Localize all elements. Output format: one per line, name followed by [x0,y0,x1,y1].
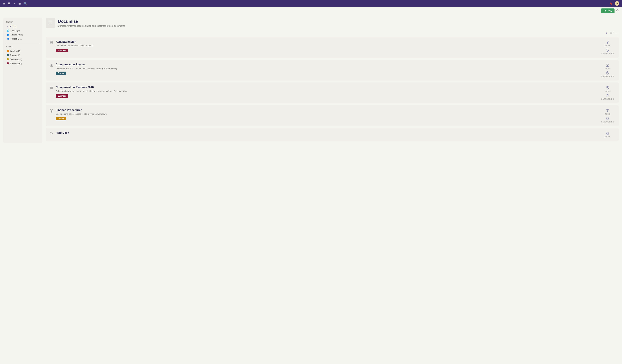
items-count: 2 [604,63,611,68]
filter-all[interactable]: ≡ All (11) [6,25,39,29]
svg-rect-14 [50,88,53,88]
label-technical[interactable]: Technical (2) [6,57,39,61]
europe-dot [7,54,9,56]
card-title[interactable]: Finance Procedures [56,109,600,112]
guides-dot [7,50,9,52]
nav-right: 🔖 HK [609,1,619,6]
card-asia-expansion: Asia Expansion Phased roll-out across al… [46,37,619,58]
card-stack-icon [50,86,53,91]
svg-rect-0 [48,21,53,21]
card-tag[interactable]: Business [56,94,68,98]
card-body: Asia Expansion Phased roll-out across al… [56,40,600,52]
card-body: Compensation Review Decentralized, 360 c… [56,63,600,75]
card-dollar-icon: $ [50,109,53,114]
items-count: 7 [604,109,611,113]
label-europe[interactable]: Europe (2) [6,53,39,57]
space-info: Documize Company internal documentation … [58,19,125,27]
label-europe-text: Europe (2) [10,54,20,56]
stat-items: 6 ITEMS [604,131,611,138]
view-compact-button[interactable]: — [615,31,619,35]
top-navigation: ⊞ ☰ 〜 ▦ 🔍 🔖 HK [0,0,622,7]
categories-label: CATEGORIES [601,98,614,100]
card-help-desk: Help Desk 6 ITEMS [46,128,619,141]
filter-all-label: All (11) [9,25,17,28]
card-left: Compensation Reviews 2018 Salary and pac… [50,86,600,98]
card-stats: 7 ITEMS 0 CATEGORIES [600,109,615,123]
filter-public[interactable]: 🌐 Public (4) [6,29,39,33]
categories-count: 0 [601,116,614,121]
card-finance-procedures: $ Finance Procedures Documenting all pro… [46,105,619,126]
card-circles-icon [50,63,53,68]
card-body: Help Desk [56,131,600,135]
card-compensation-reviews-2018: Compensation Reviews 2018 Salary and pac… [46,82,619,103]
card-people-icon [50,132,53,136]
label-section-title: LABEL [6,46,39,48]
categories-label: CATEGORIES [601,121,614,123]
space-title: Documize [58,19,125,24]
avatar[interactable]: HK [615,1,619,6]
card-left: Compensation Review Decentralized, 360 c… [50,63,600,75]
categories-label: CATEGORIES [601,75,614,77]
svg-rect-15 [50,89,53,89]
globe-icon: 🌐 [7,29,9,32]
person-icon: 👤 [7,37,9,40]
technical-dot [7,58,9,60]
card-desc: Phased roll-out across all APAC regions [56,44,600,47]
search-icon[interactable]: 🔍 [24,2,27,5]
card-compensation-review: Compensation Review Decentralized, 360 c… [46,60,619,80]
card-left: Asia Expansion Phased roll-out across al… [50,40,600,52]
label-business[interactable]: Business (4) [6,61,39,65]
nav-left: ⊞ ☰ 〜 ▦ 🔍 [3,2,27,5]
stat-categories: 2 CATEGORIES [601,93,614,100]
stat-items: 2 ITEMS [604,63,611,70]
space-icon [46,18,55,28]
items-label: ITEMS [604,90,611,92]
card-stats: 6 ITEMS [600,131,615,138]
filter-all-icon: ≡ [7,25,8,28]
grid-icon[interactable]: ⊞ [3,2,5,5]
filter-personal[interactable]: 👤 Personal (1) [6,37,39,41]
view-dense-button[interactable]: ≡ [605,31,608,35]
card-body: Finance Procedures Documenting all proce… [56,109,600,120]
card-body: Compensation Reviews 2018 Salary and pac… [56,86,600,98]
stat-items: 5 ITEMS [604,86,611,92]
categories-label: CATEGORIES [601,53,614,55]
main-layout: FILTER ≡ All (11) 🌐 Public (4) 👥 Protect… [0,15,622,146]
bookmark-icon[interactable]: 🔖 [609,2,613,5]
sidebar: FILTER ≡ All (11) 🌐 Public (4) 👥 Protect… [3,18,42,143]
activity-icon[interactable]: 〜 [13,2,16,5]
svg-rect-13 [50,87,53,87]
chart-icon[interactable]: ▦ [19,2,21,5]
settings-icon[interactable]: ⚙ [616,8,619,13]
filter-public-label: Public (4) [11,29,20,32]
list-icon[interactable]: ☰ [8,2,10,5]
categories-count: 2 [601,93,614,98]
card-title[interactable]: Help Desk [56,131,600,134]
stat-categories: 0 CATEGORIES [601,116,614,123]
stat-items: 7 ITEMS [604,109,611,115]
card-title[interactable]: Compensation Review [56,63,600,66]
label-guides[interactable]: Guides (2) [6,49,39,53]
svg-rect-3 [48,24,51,24]
card-tag[interactable]: Business [56,49,68,52]
space-description: Company internal documentation and custo… [58,25,125,27]
space-header: Documize Company internal documentation … [46,18,619,28]
add-space-button[interactable]: + SPACE [601,8,615,13]
svg-rect-2 [48,23,53,23]
stat-categories: 6 CATEGORIES [601,71,614,77]
card-tag[interactable]: Guides [56,117,66,120]
filter-protected[interactable]: 👥 Protected (6) [6,33,39,37]
filter-protected-label: Protected (6) [11,34,23,36]
business-dot [7,62,9,64]
svg-rect-1 [48,22,53,22]
items-count: 6 [604,131,611,136]
card-title[interactable]: Asia Expansion [56,40,600,43]
view-controls: ≡ ☰ — [46,31,619,35]
stat-categories: 5 CATEGORIES [601,48,614,55]
card-tag[interactable]: Europe [56,72,66,75]
card-title[interactable]: Compensation Reviews 2018 [56,86,600,89]
filter-section-title: FILTER [6,21,39,23]
items-label: ITEMS [604,45,611,47]
label-guides-text: Guides (2) [10,50,20,52]
view-list-button[interactable]: ☰ [609,31,613,35]
